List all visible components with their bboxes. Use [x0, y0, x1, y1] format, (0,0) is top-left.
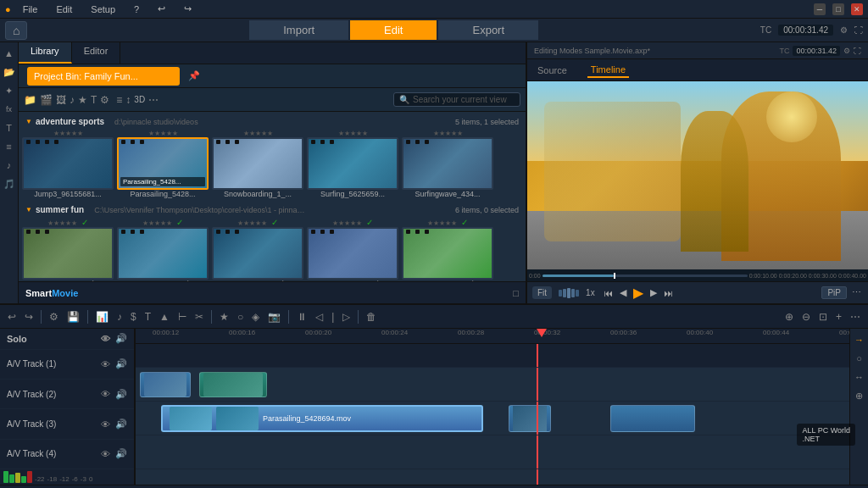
- tl-transition-tool[interactable]: ◈: [249, 310, 262, 324]
- av1-eye[interactable]: 👁: [101, 359, 110, 369]
- timeline-tracks-area[interactable]: 00:00:12 00:00:16 00:00:20 00:00:24 00:0…: [136, 329, 849, 485]
- collapse-triangle[interactable]: ▼: [25, 118, 32, 125]
- pin-icon[interactable]: 📌: [188, 70, 200, 81]
- track-row-av3[interactable]: [136, 435, 849, 469]
- sort-icon[interactable]: ↕: [125, 94, 131, 106]
- smart-movie-icon[interactable]: □: [513, 288, 519, 298]
- tl-dollar-tool[interactable]: $: [128, 310, 139, 324]
- dots-icon[interactable]: ⋯: [148, 94, 159, 106]
- av3-vol[interactable]: 🔊: [115, 419, 127, 430]
- clip-ps2[interactable]: ★★★★★ ✓ PS21274883654j...: [117, 218, 209, 281]
- search-box[interactable]: 🔍 Search your current view: [393, 92, 520, 107]
- tl-cursor-tool[interactable]: ▲: [157, 310, 172, 324]
- clip-ps1[interactable]: ★★★★★ ✓ PS21229736875j...: [22, 218, 114, 281]
- fit-dropdown[interactable]: Fit: [532, 286, 552, 299]
- rt-tool-2[interactable]: ○: [852, 351, 867, 366]
- clip-track1-b[interactable]: [199, 372, 267, 397]
- timeline-tab[interactable]: Timeline: [587, 63, 629, 78]
- tl-zoom-in[interactable]: ⊕: [782, 310, 796, 324]
- speed-label[interactable]: 1x: [586, 288, 595, 297]
- clip-parasailing[interactable]: ★★★★★ Parasailing_5428... Parasailing_54…: [117, 130, 209, 198]
- track-row-av4[interactable]: [136, 469, 849, 485]
- prev-frame-btn[interactable]: ◀: [618, 287, 628, 298]
- maximize-button[interactable]: □: [832, 3, 844, 15]
- tool-library[interactable]: 📂: [2, 64, 17, 80]
- collapse-triangle-2[interactable]: ▼: [25, 206, 32, 214]
- tool-effects[interactable]: ✦: [2, 83, 17, 98]
- settings2-icon[interactable]: ⚙: [100, 94, 109, 106]
- tl-circle-tool[interactable]: ○: [235, 310, 246, 324]
- tool-arrow[interactable]: ▲: [2, 46, 17, 61]
- av4-eye[interactable]: 👁: [101, 449, 110, 459]
- clip-thumb-4[interactable]: [307, 137, 398, 190]
- clip-surfingwave[interactable]: ★★★★★ Surfingwave_434...: [402, 130, 493, 198]
- track-row-av1[interactable]: [136, 368, 849, 402]
- clip-thumb-3[interactable]: [212, 137, 303, 190]
- tl-prev-mark[interactable]: ◁: [313, 310, 326, 324]
- tool-audio[interactable]: ♪: [2, 158, 17, 173]
- tl-zoom-fit[interactable]: ⊡: [816, 310, 830, 324]
- tool-text[interactable]: T: [2, 120, 17, 136]
- pip-button[interactable]: PiP: [821, 286, 847, 299]
- clip-surfing[interactable]: ★★★★★ Surfing_5625659...: [307, 130, 398, 198]
- film-icon[interactable]: 🎬: [40, 94, 53, 106]
- tl-zoom-out[interactable]: ⊖: [799, 310, 813, 324]
- rt-tool-1[interactable]: →: [852, 332, 867, 347]
- tl-pause-tool[interactable]: ⏸: [294, 310, 309, 324]
- redo-btn[interactable]: ↪: [177, 2, 198, 16]
- tl-music-tool[interactable]: ♪: [114, 310, 125, 324]
- tl-trim-tool[interactable]: ⊢: [175, 310, 189, 324]
- clip-ps4[interactable]: ★★★★★ ✓ PS21375172462j...: [307, 218, 398, 281]
- prev-expand[interactable]: ⛶: [854, 47, 861, 55]
- play-btn[interactable]: ▶: [632, 285, 645, 301]
- tool-audio2[interactable]: 🎵: [2, 176, 17, 191]
- tool-chapters[interactable]: ≡: [2, 139, 17, 154]
- av3-eye[interactable]: 👁: [101, 419, 110, 430]
- clip-thumb-1[interactable]: [22, 137, 114, 190]
- clip-thumb-5[interactable]: [402, 137, 493, 190]
- close-button[interactable]: ✕: [851, 3, 863, 15]
- solo-eye[interactable]: 👁: [101, 334, 110, 344]
- tl-settings-tool[interactable]: ⚙: [47, 310, 61, 324]
- clip-thumb-ps4[interactable]: [307, 227, 398, 280]
- clip-jump3[interactable]: ★★★★★ Jump3_96155681...: [22, 130, 114, 198]
- file-menu[interactable]: File: [16, 3, 45, 16]
- tl-add-track[interactable]: +: [833, 310, 844, 324]
- prev-settings[interactable]: ⚙: [843, 47, 850, 55]
- tl-star-tool[interactable]: ★: [217, 310, 231, 324]
- tl-chart-tool[interactable]: 📊: [93, 310, 111, 324]
- transitions-icon[interactable]: ★: [78, 94, 87, 106]
- more-options-btn[interactable]: ⋯: [850, 287, 863, 298]
- clip-snowboarding[interactable]: ★★★★★ Snowboarding_1_...: [212, 130, 303, 198]
- settings-icon[interactable]: ⚙: [840, 25, 848, 35]
- tl-more[interactable]: ⋯: [848, 310, 863, 324]
- clip-track2-b[interactable]: [509, 405, 551, 432]
- export-tab[interactable]: Export: [437, 19, 539, 41]
- rt-tool-4[interactable]: ⊕: [852, 388, 867, 403]
- library-tab[interactable]: Library: [19, 42, 72, 64]
- track-row-av2[interactable]: Parasailing_5428694.mov: [136, 402, 849, 435]
- next-frame-btn[interactable]: ▶: [648, 287, 659, 298]
- av1-vol[interactable]: 🔊: [115, 358, 127, 369]
- edit-tab[interactable]: Edit: [349, 19, 437, 41]
- project-bin-label[interactable]: Project Bin: Family Fun...: [27, 67, 180, 86]
- clip-thumb-ps1[interactable]: [22, 227, 114, 280]
- main-parasailing-clip[interactable]: Parasailing_5428694.mov: [161, 405, 483, 432]
- tl-split-tool[interactable]: ✂: [192, 310, 206, 324]
- editor-tab[interactable]: Editor: [72, 42, 121, 64]
- home-button[interactable]: ⌂: [5, 21, 27, 40]
- tl-arrow-tool[interactable]: ↩: [5, 310, 19, 324]
- photo-icon[interactable]: 🖼: [56, 94, 66, 106]
- audio-icon[interactable]: ♪: [70, 94, 75, 106]
- tl-delete-tool[interactable]: 🗑: [364, 310, 379, 324]
- tl-redo-tool[interactable]: ↪: [22, 310, 36, 324]
- rt-tool-3[interactable]: ↔: [852, 369, 867, 385]
- clip-thumb-ps5[interactable]: [402, 227, 493, 280]
- clip-ps5[interactable]: ★★★★★ ✓ PS21388688662j...: [402, 218, 493, 281]
- clip-thumb-ps2[interactable]: [117, 227, 209, 280]
- clip-ps3[interactable]: ★★★★★ ✓ PS21375140686j...: [212, 218, 303, 281]
- import-tab[interactable]: Import: [248, 19, 349, 41]
- av4-vol[interactable]: 🔊: [115, 448, 127, 459]
- fullscreen-icon[interactable]: ⛶: [854, 25, 863, 35]
- tl-save-tool[interactable]: 💾: [64, 310, 82, 324]
